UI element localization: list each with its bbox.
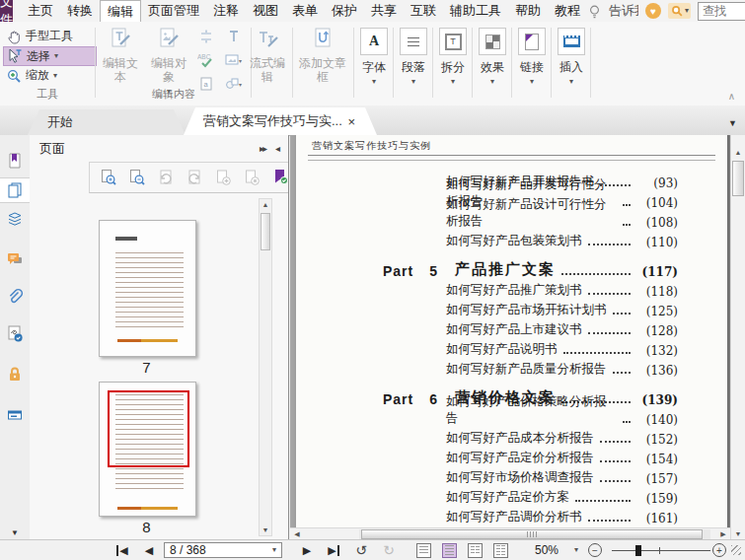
scroll-down-icon[interactable]: ▼ (260, 526, 271, 533)
rotate-left-button[interactable] (157, 169, 175, 186)
layers-panel-icon[interactable] (0, 208, 30, 232)
search-settings-button[interactable]: ▾ (668, 3, 691, 19)
thumbnail-scrollbar-thumb[interactable] (261, 213, 270, 250)
zoom-slider[interactable] (612, 540, 710, 560)
add-text-button[interactable] (223, 27, 245, 46)
signature-panel-icon[interactable] (0, 322, 30, 346)
zoom-in-button[interactable]: + (712, 540, 726, 560)
zoom-caret-icon[interactable]: ▾ (570, 540, 582, 560)
menu-accessibility[interactable]: 辅助工具 (443, 0, 508, 22)
zoom-slider-knob[interactable] (635, 545, 641, 556)
menu-edit[interactable]: 编辑 (100, 0, 141, 22)
image-tool-button[interactable]: ▾ (223, 50, 245, 70)
menu-share[interactable]: 共享 (364, 0, 404, 22)
insert-caret-icon: ▾ (569, 77, 573, 86)
collapse-ribbon-button[interactable]: ∧ (728, 91, 735, 102)
menu-tutorial[interactable]: 教程 (548, 0, 587, 22)
toc-entry: 如何写好产品市场开拓计划书(125) (296, 299, 678, 318)
continuous-view-button[interactable] (442, 540, 457, 560)
panel-collapse-icon[interactable]: ◂ (275, 143, 278, 154)
page-indicator-box[interactable]: 8 / 368 ▾ (164, 542, 282, 558)
page-thumbnail-7[interactable] (99, 220, 196, 357)
viewport-indicator[interactable] (108, 390, 189, 467)
next-view-button[interactable]: ↻ (379, 540, 399, 560)
font-button[interactable]: A 字体 ▾ (355, 28, 393, 86)
document-vertical-scrollbar[interactable]: ▲ ▼ (730, 135, 745, 540)
bookmark-tool-button[interactable] (271, 169, 289, 186)
menu-help[interactable]: 帮助 (508, 0, 548, 22)
svg-text:▾: ▾ (239, 58, 242, 64)
split-text-button[interactable] (195, 27, 217, 46)
scroll-down-icon[interactable]: ▼ (731, 530, 745, 537)
hand-tool-button[interactable]: 手型工具 (3, 27, 95, 45)
destinations-panel-icon[interactable] (0, 403, 30, 427)
resize-grip[interactable] (730, 540, 742, 560)
zoom-tool-button[interactable]: 缩放 ▾ (3, 66, 95, 85)
thumbnail-scrollbar[interactable]: ▲ ▼ (259, 198, 272, 536)
tab-start[interactable]: 开始 (28, 109, 186, 135)
edit-text-button[interactable]: 编辑文本 (99, 27, 142, 84)
split-button[interactable]: T 拆分 ▾ (434, 28, 472, 86)
paragraph-icon (400, 28, 427, 55)
insert-button[interactable]: 插入 ▾ (553, 28, 590, 86)
link-button[interactable]: 链接 ▾ (513, 28, 551, 86)
menu-form[interactable]: 表单 (285, 0, 325, 22)
find-input[interactable] (699, 3, 745, 19)
comments-panel-icon[interactable] (0, 247, 30, 271)
toc-part-heading: Part5产品推广文案(117) (296, 249, 678, 279)
last-page-button[interactable]: ▶ (324, 540, 343, 560)
menu-protect[interactable]: 保护 (325, 0, 364, 22)
single-page-view-button[interactable] (416, 540, 431, 560)
thumbnail-zoom-out-button[interactable] (128, 169, 146, 186)
ribbon-separator (393, 28, 394, 98)
pages-panel-icon[interactable] (0, 177, 30, 203)
menu-comment[interactable]: 注释 (206, 0, 246, 22)
panel-float-icon[interactable]: ▸▸ (260, 143, 265, 154)
menu-view[interactable]: 视图 (246, 0, 285, 22)
split-caret-icon: ▾ (451, 77, 455, 86)
tell-me-label[interactable]: 告诉我 (609, 2, 638, 20)
thumbnail-zoom-in-button[interactable] (100, 169, 117, 186)
effect-button[interactable]: 效果 ▾ (474, 28, 511, 86)
zoom-level-value[interactable]: 50% (529, 540, 564, 560)
flow-edit-button[interactable]: 流式编辑 (245, 27, 290, 84)
scroll-up-icon[interactable]: ▲ (260, 201, 271, 208)
paragraph-button[interactable]: 段落 ▾ (395, 28, 432, 86)
tab-document[interactable]: 营销文案写作技巧与实... × (184, 107, 377, 135)
page-indicator-caret-icon[interactable]: ▾ (272, 546, 276, 554)
scroll-up-icon[interactable]: ▲ (731, 149, 745, 156)
security-panel-icon[interactable] (0, 362, 30, 385)
link-icon (518, 28, 546, 55)
menu-convert[interactable]: 转换 (60, 0, 100, 22)
running-head-rule (308, 155, 715, 161)
previous-view-button[interactable]: ↺ (351, 540, 371, 560)
menu-home[interactable]: 主页 (21, 0, 60, 22)
strip-more-icon[interactable]: ▼ (0, 528, 30, 537)
bookmarks-panel-icon[interactable] (0, 149, 30, 173)
vertical-scrollbar-thumb[interactable] (732, 161, 744, 196)
first-page-button[interactable]: ◀ (112, 540, 132, 560)
zoom-out-button[interactable]: − (588, 540, 602, 560)
facing-view-button[interactable] (468, 540, 483, 560)
horizontal-scrollbar-thumb[interactable] (361, 529, 703, 539)
menu-page-manage[interactable]: 页面管理 (141, 0, 206, 22)
toc-entry: 如何写好产品价格策略分析报告(140) (296, 407, 678, 427)
previous-page-button[interactable]: ◀ (140, 540, 158, 560)
lightbulb-icon[interactable] (587, 3, 602, 19)
page-thumbnail-8[interactable] (99, 382, 196, 517)
insert-page-button[interactable] (214, 169, 232, 186)
menu-connect[interactable]: 互联 (404, 0, 443, 22)
spellcheck-button[interactable]: ABC (195, 50, 217, 70)
tab-overflow-icon[interactable]: ▼ (728, 118, 737, 128)
next-page-button[interactable]: ▶ (298, 540, 316, 560)
rotate-right-button[interactable] (186, 169, 203, 186)
heart-icon[interactable]: ♥ (645, 3, 661, 19)
continuous-facing-view-button[interactable] (493, 540, 508, 560)
file-menu-button[interactable]: 文件 (0, 0, 13, 22)
select-tool-button[interactable]: 选择 ▾ (3, 46, 97, 66)
ribbon-separator (432, 28, 433, 98)
attachments-panel-icon[interactable] (0, 285, 30, 309)
tab-close-icon[interactable]: × (345, 114, 357, 129)
delete-page-button[interactable] (243, 169, 261, 186)
add-article-button[interactable]: 添加文章框 (296, 27, 349, 84)
